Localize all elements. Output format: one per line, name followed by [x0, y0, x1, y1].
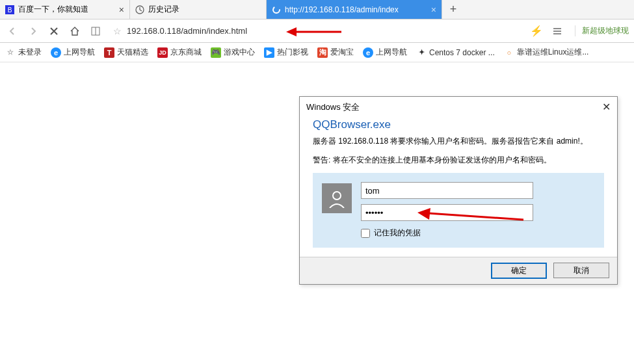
bookmark-label: 上网导航: [376, 47, 407, 58]
bookmark-nav1[interactable]: e上网导航: [51, 47, 95, 58]
address-bar: ☆: [109, 23, 523, 40]
bookmark-nav2[interactable]: e上网导航: [363, 47, 407, 58]
tmall-icon: T: [104, 47, 114, 58]
dialog-buttons: 确定 取消: [300, 257, 617, 284]
tab-bar: B 百度一下，你就知道 × 历史记录 http://192.168.0.118/…: [0, 0, 634, 20]
dialog-body: QQBrowser.exe 服务器 192.168.0.118 将要求你输入用户…: [300, 116, 617, 257]
svg-text:B: B: [8, 6, 12, 14]
password-input[interactable]: [361, 204, 533, 221]
close-icon[interactable]: ×: [431, 5, 436, 15]
back-button[interactable]: [5, 24, 20, 38]
url-input[interactable]: [127, 26, 519, 36]
toolbar: ☆ ⚡ 新超级地球现: [0, 20, 634, 43]
dialog-warning: 警告: 将在不安全的连接上使用基本身份验证发送你的用户名和密码。: [313, 154, 604, 166]
bookmark-bar: ☆未登录 e上网导航 T天猫精选 JD京东商城 🎮游戏中心 ▶热门影视 淘爱淘宝…: [0, 43, 634, 62]
bookmark-label: 热门影视: [277, 47, 308, 58]
dialog-message: 服务器 192.168.0.118 将要求你输入用户名和密码。服务器报告它来自 …: [313, 135, 604, 148]
forward-button[interactable]: [26, 24, 40, 38]
dialog-titlebar: Windows 安全 ✕: [300, 97, 617, 116]
bookmark-label: 爱淘宝: [330, 47, 354, 58]
bookmark-unlogged[interactable]: ☆未登录: [5, 47, 42, 58]
ok-button[interactable]: 确定: [491, 263, 547, 279]
close-icon[interactable]: ×: [119, 5, 124, 15]
read-mode-icon[interactable]: [88, 24, 103, 38]
close-icon[interactable]: ✕: [602, 101, 611, 113]
tab-label: 百度一下，你就知道: [18, 4, 115, 15]
remember-checkbox-row[interactable]: 记住我的凭据: [361, 228, 595, 239]
baidu-favicon-icon: B: [5, 5, 14, 14]
flash-icon[interactable]: ⚡: [529, 24, 544, 38]
bookmark-label: 游戏中心: [224, 47, 255, 58]
tab-label: http://192.168.0.118/admin/index: [285, 5, 427, 14]
menu-icon[interactable]: [550, 24, 564, 38]
bookmark-centos[interactable]: ✦Centos 7 docker ...: [416, 47, 495, 58]
dialog-app-name: QQBrowser.exe: [313, 118, 604, 131]
new-tab-button[interactable]: +: [442, 0, 464, 19]
bookmark-label: Centos 7 docker ...: [429, 48, 495, 57]
bookmark-label: 上网导航: [64, 47, 95, 58]
dialog-title: Windows 安全: [306, 101, 360, 113]
bookmark-video[interactable]: ▶热门影视: [264, 47, 308, 58]
centos-icon: ✦: [416, 47, 427, 58]
tab-history[interactable]: 历史记录: [130, 0, 267, 19]
cancel-button[interactable]: 取消: [553, 263, 609, 278]
bookmark-taobao[interactable]: 淘爱淘宝: [317, 47, 354, 58]
svg-point-3: [273, 6, 280, 13]
home-button[interactable]: [68, 24, 82, 38]
auth-dialog: Windows 安全 ✕ QQBrowser.exe 服务器 192.168.0…: [299, 96, 618, 285]
tab-label: 历史记录: [148, 4, 261, 15]
taobao-icon: 淘: [317, 47, 328, 58]
bookmark-label: 靠谱运维Linux运维...: [517, 47, 589, 58]
avatar-icon: [322, 183, 352, 213]
favorite-icon[interactable]: ☆: [113, 26, 122, 36]
stop-button[interactable]: [47, 24, 61, 38]
news-link[interactable]: 新超级地球现: [575, 25, 629, 36]
linux-icon: ○: [504, 47, 514, 58]
bookmark-game[interactable]: 🎮游戏中心: [211, 47, 255, 58]
loading-icon: [272, 5, 281, 14]
bookmark-label: 京东商城: [170, 47, 202, 58]
nav-icon: e: [363, 47, 373, 58]
svg-point-8: [333, 192, 341, 200]
bookmark-linux[interactable]: ○靠谱运维Linux运维...: [504, 47, 589, 58]
tab-admin[interactable]: http://192.168.0.118/admin/index ×: [267, 0, 442, 19]
tab-baidu[interactable]: B 百度一下，你就知道 ×: [0, 0, 130, 19]
game-icon: 🎮: [211, 47, 221, 58]
remember-label: 记住我的凭据: [374, 228, 421, 239]
jd-icon: JD: [157, 47, 168, 58]
video-icon: ▶: [264, 47, 274, 58]
bookmark-label: 天猫精选: [117, 47, 148, 58]
nav-icon: e: [51, 47, 61, 58]
username-input[interactable]: [361, 182, 533, 199]
credential-panel: 记住我的凭据: [313, 173, 604, 248]
star-icon: ☆: [5, 47, 16, 58]
bookmark-label: 未登录: [18, 47, 42, 58]
bookmark-tmall[interactable]: T天猫精选: [104, 47, 148, 58]
remember-checkbox[interactable]: [361, 229, 370, 238]
history-icon: [135, 5, 144, 14]
bookmark-jd[interactable]: JD京东商城: [157, 47, 202, 58]
credential-fields: 记住我的凭据: [361, 182, 595, 239]
